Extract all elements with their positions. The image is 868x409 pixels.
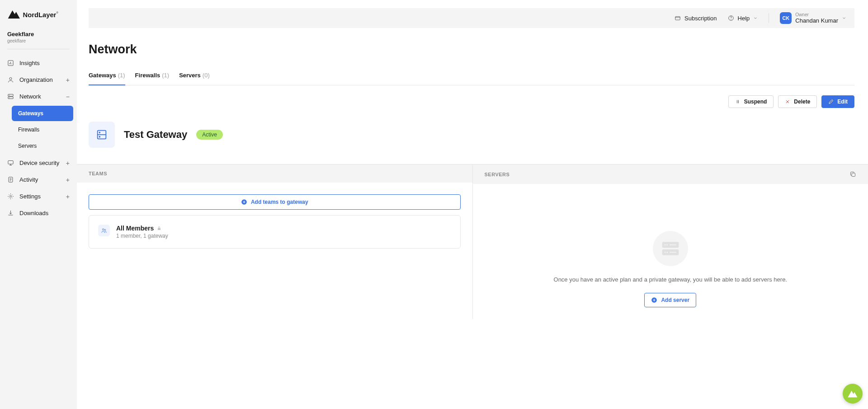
svg-point-30 (99, 136, 100, 137)
sidebar-divider (7, 49, 70, 49)
x-icon (785, 99, 790, 104)
nav-label: Organization (19, 76, 53, 83)
chat-fab[interactable] (843, 384, 863, 404)
svg-point-22 (731, 19, 731, 19)
expand-icon: + (66, 160, 70, 166)
pencil-icon (828, 99, 834, 104)
svg-point-39 (666, 244, 668, 245)
subscription-label: Subscription (684, 15, 717, 22)
tab-firewalls[interactable]: Firewalls(1) (135, 72, 170, 85)
team-name: All Members (116, 225, 154, 232)
svg-rect-35 (852, 173, 855, 177)
page-title: Network (89, 42, 854, 56)
nav-label: Network (19, 93, 41, 100)
servers-empty-state: Once you have an active plan and a priva… (491, 196, 850, 307)
avatar: CK (780, 12, 792, 24)
nav-sub-servers[interactable]: Servers (12, 138, 73, 154)
svg-rect-34 (158, 228, 160, 230)
separator (769, 13, 769, 23)
servers-panel: SERVERS Once you have an active plan and… (473, 165, 868, 319)
nav-label: Device security (19, 160, 59, 166)
panels: TEAMS Add teams to gateway All Members (77, 164, 868, 319)
expand-icon: + (66, 77, 70, 83)
gateway-name: Test Gateway (124, 129, 187, 141)
nav-sub-firewalls[interactable]: Firewalls (12, 122, 73, 137)
chevron-down-icon (753, 16, 758, 20)
gateway-actions: Suspend Delete Edit (89, 95, 854, 108)
btn-label: Edit (837, 99, 848, 105)
tab-servers[interactable]: Servers(0) (179, 72, 210, 85)
btn-label: Add teams to gateway (251, 199, 308, 205)
brand-logo[interactable]: NordLayer ® (4, 8, 73, 31)
copy-icon[interactable] (849, 171, 856, 178)
nav-network[interactable]: Network − (4, 88, 73, 105)
user-role: Owner (795, 12, 838, 17)
gear-icon (7, 193, 14, 200)
btn-label: Suspend (744, 99, 767, 105)
server-icon (7, 93, 14, 100)
nav-settings[interactable]: Settings + (4, 188, 73, 205)
collapse-icon: − (66, 94, 70, 100)
tab-label: Firewalls (135, 72, 160, 79)
svg-text:®: ® (56, 11, 58, 14)
subscription-link[interactable]: Subscription (675, 15, 717, 22)
team-name-row: All Members (116, 225, 168, 232)
team-card[interactable]: All Members 1 member, 1 gateway (89, 215, 461, 249)
org-info: Geekflare geekflare (4, 31, 73, 49)
nav-activity[interactable]: Activity + (4, 171, 73, 188)
topbar: Subscription Help CK Owner Chandan Kumar (89, 8, 854, 28)
teams-header: TEAMS (77, 165, 472, 183)
plus-circle-icon (241, 199, 247, 205)
add-teams-button[interactable]: Add teams to gateway (89, 194, 461, 210)
activity-icon (7, 176, 14, 183)
user-menu[interactable]: CK Owner Chandan Kumar (780, 12, 846, 24)
expand-icon: + (66, 177, 70, 183)
nav-downloads[interactable]: Downloads (4, 205, 73, 221)
lock-icon (156, 226, 162, 231)
help-icon (728, 15, 734, 21)
help-link[interactable]: Help (728, 15, 758, 22)
gateway-icon (89, 122, 115, 148)
expand-icon: + (66, 193, 70, 200)
svg-point-32 (103, 229, 104, 230)
plus-circle-icon (651, 297, 657, 303)
svg-rect-7 (8, 94, 13, 96)
svg-point-18 (10, 196, 12, 197)
svg-rect-8 (8, 97, 13, 99)
nav-sub-gateways[interactable]: Gateways (12, 106, 73, 121)
btn-label: Delete (794, 99, 810, 105)
svg-text:NordLayer: NordLayer (23, 11, 57, 19)
nav-organization[interactable]: Organization + (4, 71, 73, 88)
svg-point-29 (99, 132, 100, 133)
teams-panel: TEAMS Add teams to gateway All Members (77, 165, 473, 319)
panel-title: SERVERS (485, 172, 510, 177)
main-content: Subscription Help CK Owner Chandan Kumar… (77, 0, 868, 409)
download-icon (7, 210, 14, 216)
monitor-icon (7, 160, 14, 166)
subscription-icon (675, 15, 681, 21)
tab-label: Gateways (89, 72, 116, 79)
svg-point-6 (9, 78, 12, 80)
tab-gateways[interactable]: Gateways(1) (89, 72, 125, 85)
svg-rect-19 (675, 17, 680, 20)
chart-icon (7, 60, 14, 66)
empty-text: Once you have an active plan and a priva… (554, 276, 787, 283)
svg-point-10 (9, 98, 9, 98)
team-icon (98, 225, 110, 236)
nav-label: Activity (19, 176, 38, 183)
tab-count: (1) (118, 72, 125, 79)
nav-insights[interactable]: Insights (4, 55, 73, 71)
suspend-button[interactable]: Suspend (728, 95, 774, 108)
nav-device-security[interactable]: Device security + (4, 155, 73, 171)
svg-point-33 (104, 229, 106, 230)
gateway-header: Test Gateway Active (89, 122, 854, 148)
tab-count: (0) (203, 72, 210, 79)
tab-label: Servers (179, 72, 201, 79)
delete-button[interactable]: Delete (778, 95, 817, 108)
add-server-button[interactable]: Add server (644, 293, 696, 307)
user-name: Chandan Kumar (795, 17, 838, 24)
edit-button[interactable]: Edit (821, 95, 854, 108)
svg-point-9 (9, 95, 9, 95)
org-name: Geekflare (7, 31, 70, 38)
nav-label: Settings (19, 193, 41, 200)
